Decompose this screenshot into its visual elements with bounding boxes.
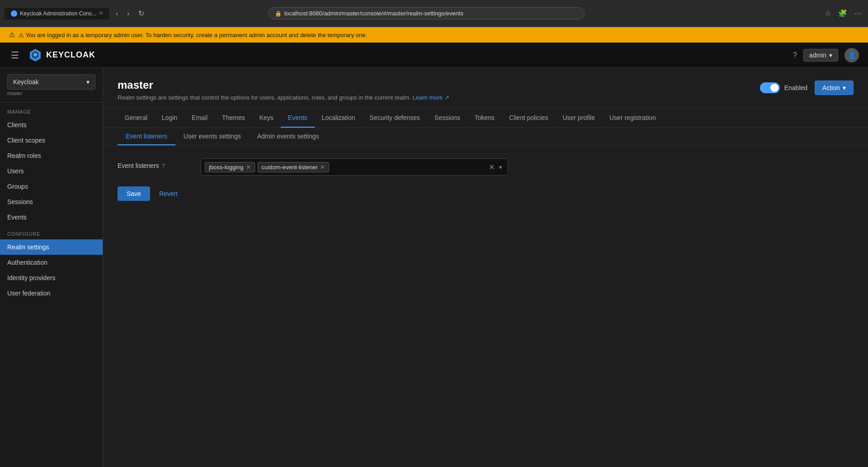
event-listeners-label-text: Event listeners (118, 162, 159, 169)
enabled-toggle[interactable] (760, 82, 780, 93)
event-listeners-form-row: Event listeners ? jboss-logging ✕ custom… (118, 158, 854, 176)
bookmark-btn[interactable]: ☆ (823, 7, 833, 19)
warning-icon: ⚠ (9, 31, 15, 39)
tab-sessions[interactable]: Sessions (427, 109, 467, 128)
tab-localization[interactable]: Localization (315, 109, 363, 128)
sidebar-item-users[interactable]: Users (0, 163, 103, 179)
content-area: Event listeners ? jboss-logging ✕ custom… (103, 146, 868, 214)
page-header-left: master Realm settings are settings that … (118, 79, 449, 101)
event-listeners-help-icon[interactable]: ? (162, 162, 165, 169)
keycloak-logo-icon (28, 48, 42, 62)
browser-chrome: Keycloak Administration Cons... ✕ ‹ › ↻ … (0, 0, 868, 27)
menu-btn[interactable]: ⋯ (853, 7, 863, 19)
warning-banner: ⚠ ⚠ You are logged in as a temporary adm… (0, 27, 868, 43)
page-header-right: Enabled Action ▾ (760, 81, 854, 95)
action-btn[interactable]: Action ▾ (815, 81, 854, 95)
revert-button[interactable]: Revert (156, 186, 181, 201)
tag-jboss-logging-label: jboss-logging (209, 164, 244, 171)
sidebar: Keycloak ▾ master Manage Clients Client … (0, 68, 103, 467)
event-listeners-label: Event listeners ? (118, 158, 190, 169)
realm-dropdown[interactable]: Keycloak ▾ (7, 74, 95, 90)
avatar[interactable]: 👤 (844, 48, 859, 62)
keycloak-logo: KEYCLOAK (28, 48, 95, 62)
tag-jboss-logging-remove[interactable]: ✕ (246, 164, 251, 171)
realm-selector: Keycloak ▾ master (0, 68, 103, 103)
browser-actions: ☆ 🧩 ⋯ (823, 7, 863, 19)
tab-tokens[interactable]: Tokens (467, 109, 502, 128)
tab-keys[interactable]: Keys (252, 109, 281, 128)
sub-tab-admin-events-settings[interactable]: Admin events settings (249, 128, 327, 145)
tag-custom-event-listener-label: custom-event-listener (262, 164, 318, 171)
page-subtitle: Realm settings are settings that control… (118, 94, 449, 101)
tags-clear-btn[interactable]: ✕ (489, 163, 495, 172)
event-listeners-input[interactable]: jboss-logging ✕ custom-event-listener ✕ … (201, 158, 508, 176)
header-right: ? admin ▾ 👤 (793, 48, 859, 62)
sidebar-item-client-scopes[interactable]: Client scopes (0, 133, 103, 148)
sub-tab-event-listeners[interactable]: Event listeners (118, 128, 175, 145)
manage-section-label: Manage (0, 103, 103, 117)
sidebar-item-identity-providers[interactable]: Identity providers (0, 270, 103, 286)
tab-client-policies[interactable]: Client policies (502, 109, 555, 128)
realm-dropdown-arrow: ▾ (86, 78, 90, 86)
back-btn[interactable]: ‹ (113, 8, 121, 19)
tab-user-profile[interactable]: User profile (555, 109, 602, 128)
admin-label: admin (809, 52, 826, 59)
sidebar-item-sessions[interactable]: Sessions (0, 194, 103, 210)
tab-events[interactable]: Events (281, 109, 315, 128)
sub-tab-user-events-settings[interactable]: User events settings (175, 128, 249, 145)
sidebar-item-clients[interactable]: Clients (0, 117, 103, 133)
sidebar-item-realm-settings[interactable]: Realm settings (0, 239, 103, 255)
subtitle-text: Realm settings are settings that control… (118, 94, 411, 101)
realm-name: Keycloak (13, 78, 39, 86)
admin-dropdown-arrow: ▾ (829, 52, 832, 59)
app-body: Keycloak ▾ master Manage Clients Client … (0, 68, 868, 467)
main-content: master Realm settings are settings that … (103, 68, 868, 467)
tab-title: Keycloak Administration Cons... (20, 10, 96, 17)
app-name: KEYCLOAK (46, 50, 95, 60)
reload-btn[interactable]: ↻ (136, 7, 147, 19)
app-header: ☰ KEYCLOAK ? admin ▾ 👤 (0, 43, 868, 68)
tab-user-registration[interactable]: User registration (602, 109, 663, 128)
page-title: master (118, 79, 449, 91)
forward-btn[interactable]: › (124, 8, 132, 19)
sub-tabs: Event listeners User events settings Adm… (103, 128, 868, 146)
address-bar[interactable]: 🔒 localhost:8080/admin/master/console/#/… (268, 7, 585, 19)
action-label: Action (822, 84, 840, 91)
main-tabs: General Login Email Themes Keys Events L… (103, 109, 868, 128)
sidebar-item-groups[interactable]: Groups (0, 179, 103, 194)
url-display: localhost:8080/admin/master/console/#/ma… (284, 10, 463, 17)
configure-section-label: Configure (0, 225, 103, 239)
tab-general[interactable]: General (118, 109, 155, 128)
close-tab-btn[interactable]: ✕ (99, 10, 103, 16)
hamburger-btn[interactable]: ☰ (9, 48, 21, 62)
action-arrow: ▾ (843, 84, 846, 91)
tag-custom-event-listener-remove[interactable]: ✕ (320, 164, 325, 171)
warning-message: ⚠ You are logged in as a temporary admin… (19, 32, 367, 38)
realm-sub-name: master (7, 91, 95, 96)
enabled-label: Enabled (784, 84, 807, 91)
sidebar-item-authentication[interactable]: Authentication (0, 255, 103, 270)
save-button[interactable]: Save (118, 186, 150, 201)
tag-jboss-logging: jboss-logging ✕ (205, 162, 255, 172)
help-icon-btn[interactable]: ? (793, 51, 797, 59)
tab-themes[interactable]: Themes (215, 109, 252, 128)
tag-custom-event-listener: custom-event-listener ✕ (258, 162, 329, 172)
lock-icon: 🔒 (275, 10, 282, 17)
admin-dropdown[interactable]: admin ▾ (803, 49, 838, 62)
tab-security-defenses[interactable]: Security defenses (363, 109, 427, 128)
tags-dropdown-arrow[interactable]: ▾ (497, 163, 504, 172)
form-actions: Save Revert (118, 186, 854, 201)
sidebar-item-events[interactable]: Events (0, 210, 103, 225)
tab-login[interactable]: Login (155, 109, 184, 128)
svg-point-2 (33, 53, 37, 57)
sidebar-item-user-federation[interactable]: User federation (0, 286, 103, 301)
extensions-btn[interactable]: 🧩 (836, 7, 849, 19)
tab-favicon (11, 10, 17, 17)
learn-more-link[interactable]: Learn more ↗ (413, 94, 449, 101)
tab-email[interactable]: Email (184, 109, 215, 128)
browser-tab: Keycloak Administration Cons... ✕ (5, 8, 109, 19)
page-header: master Realm settings are settings that … (103, 68, 868, 109)
sidebar-item-realm-roles[interactable]: Realm roles (0, 148, 103, 163)
enabled-toggle-container: Enabled (760, 82, 807, 93)
